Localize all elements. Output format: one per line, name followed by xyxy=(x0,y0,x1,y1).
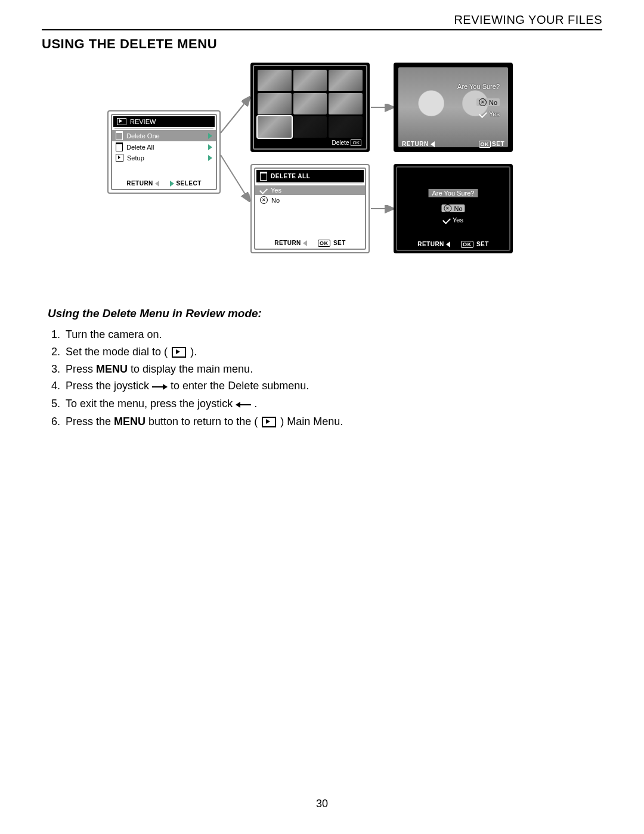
cancel-icon: ✕ xyxy=(444,204,451,212)
step-6: Press the MENU button to return to the (… xyxy=(63,413,602,430)
play-mode-icon xyxy=(172,347,186,358)
svg-line-0 xyxy=(221,98,249,133)
arrow-left-icon xyxy=(236,396,251,413)
thumbnail[interactable] xyxy=(258,93,292,114)
play-icon xyxy=(117,118,126,125)
step-5: To exit the menu, press the joystick . xyxy=(63,395,602,413)
confirm-question: Are You Sure? xyxy=(457,83,500,90)
setup-icon xyxy=(116,154,123,162)
trash-icon xyxy=(116,142,123,151)
page-header: REVIEWING YOUR FILES xyxy=(42,13,602,27)
screen-delete-all-menu: DELETE ALL Yes ✕No RETURN OK SET xyxy=(250,164,370,253)
instructions: Using the Delete Menu in Review mode: Tu… xyxy=(48,307,602,430)
arrow-right-icon xyxy=(152,378,168,395)
option-no[interactable]: ✕No xyxy=(255,195,365,205)
confirm-footer: RETURN OKSET xyxy=(396,141,510,147)
cancel-icon: ✕ xyxy=(260,196,268,204)
instructions-subtitle: Using the Delete Menu in Review mode: xyxy=(48,307,602,320)
step-4: Press the joystick to enter the Delete s… xyxy=(63,377,602,395)
chevron-right-icon xyxy=(208,133,212,139)
screen-review-menu: REVIEW Delete One Delete All Setup RETUR… xyxy=(107,110,221,194)
confirm-footer: RETURN OK SET xyxy=(397,241,509,247)
divider xyxy=(42,29,602,30)
photo-preview xyxy=(398,67,508,147)
thumbnail[interactable] xyxy=(329,93,363,114)
option-yes[interactable]: Yes xyxy=(479,110,500,117)
option-yes[interactable]: Yes xyxy=(255,185,365,195)
check-icon xyxy=(479,110,487,118)
page-number: 30 xyxy=(0,798,644,810)
step-3: Press MENU to display the main menu. xyxy=(63,361,602,378)
option-no[interactable]: ✕No xyxy=(441,204,465,212)
menu-item-delete-one[interactable]: Delete One xyxy=(112,130,216,141)
thumbnail[interactable] xyxy=(258,70,292,91)
menu-item-delete-all[interactable]: Delete All xyxy=(112,141,216,153)
confirm-question: Are You Sure? xyxy=(429,189,478,197)
delete-all-footer: RETURN OK SET xyxy=(255,240,365,246)
review-footer: RETURN SELECT xyxy=(112,180,216,187)
option-no[interactable]: ✕No xyxy=(476,98,500,106)
cancel-icon: ✕ xyxy=(479,98,487,106)
thumbnail[interactable] xyxy=(293,93,327,114)
diagram: REVIEW Delete One Delete All Setup RETUR… xyxy=(72,63,602,283)
thumbnail-selected[interactable] xyxy=(258,116,292,138)
check-icon xyxy=(259,186,268,194)
check-icon xyxy=(442,216,451,224)
thumbnail-empty xyxy=(293,116,327,138)
menu-item-setup[interactable]: Setup xyxy=(112,153,216,163)
trash-icon xyxy=(116,131,123,140)
thumbnail[interactable] xyxy=(293,70,327,91)
chevron-right-icon xyxy=(208,155,212,161)
screen-thumbnails: Delete OK xyxy=(250,63,370,152)
step-1: Turn the camera on. xyxy=(63,326,602,343)
delete-hint: Delete OK xyxy=(332,139,361,146)
delete-all-header: DELETE ALL xyxy=(256,170,364,182)
thumbnail-empty xyxy=(329,116,363,138)
chevron-right-icon xyxy=(208,144,212,150)
trash-icon xyxy=(260,172,267,181)
svg-line-1 xyxy=(221,155,249,200)
play-mode-icon xyxy=(262,417,276,427)
thumbnail[interactable] xyxy=(329,70,363,91)
screen-confirm-delete-all: Are You Sure? ✕No Yes RETURN OK SET xyxy=(394,164,513,253)
page-title: USING THE DELETE MENU xyxy=(42,36,602,52)
review-header-label: REVIEW xyxy=(130,118,156,125)
review-menu-header: REVIEW xyxy=(113,116,215,127)
screen-confirm-delete-one: Are You Sure? ✕No Yes RETURN OKSET xyxy=(394,63,513,152)
option-yes[interactable]: Yes xyxy=(443,216,463,224)
step-2: Set the mode dial to ( ). xyxy=(63,343,602,361)
